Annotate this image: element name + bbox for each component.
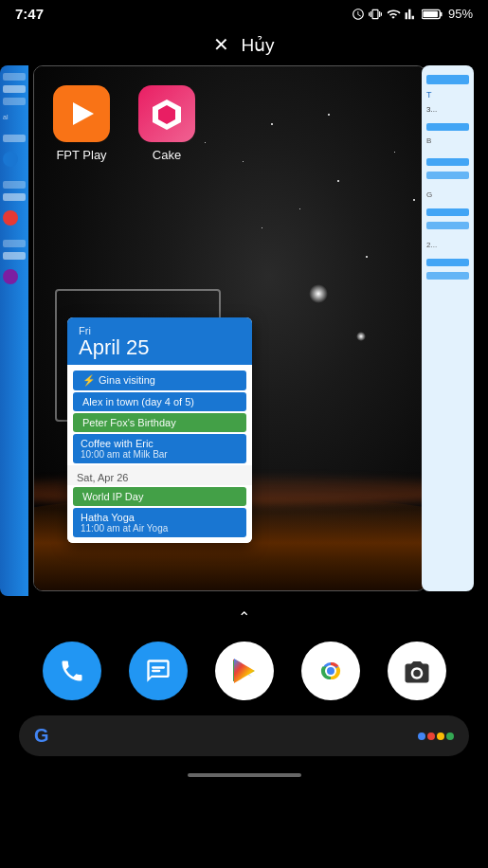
yoga-subtitle: 11:00 am at Air Yoga (81, 523, 239, 533)
main-app-card[interactable]: FPT Play Cake (33, 65, 426, 591)
left-card-item (3, 181, 26, 189)
left-card-circle3 (3, 269, 18, 284)
left-card-text: al (3, 114, 26, 120)
calendar-event-5[interactable]: World IP Day (73, 487, 246, 506)
status-time: 7:47 (15, 6, 44, 22)
right-partial-card: T 3... B G 2... (422, 65, 474, 591)
app-dock (9, 632, 479, 710)
yoga-title: Hatha Yoga (81, 512, 239, 523)
status-icons: 95% (352, 7, 473, 21)
bright-star (309, 284, 328, 303)
svg-rect-6 (152, 670, 160, 672)
camera-dock-icon[interactable] (388, 642, 446, 700)
right-card-num: 3... (426, 105, 469, 114)
dot-red (427, 732, 435, 740)
svg-rect-2 (423, 10, 438, 16)
bright-star2 (356, 332, 366, 341)
cake-icon-bg (138, 85, 195, 142)
right-card-item3 (426, 158, 469, 166)
status-bar: 7:47 95% (0, 0, 488, 26)
right-card-label-B: B (426, 136, 469, 145)
fpt-play-label: FPT Play (56, 148, 106, 162)
calendar-event-6[interactable]: Hatha Yoga 11:00 am at Air Yoga (73, 508, 246, 537)
star (271, 123, 273, 125)
star (394, 152, 395, 153)
camera-svg (403, 658, 431, 684)
calendar-event-3[interactable]: Peter Fox's Birthday (73, 413, 246, 432)
left-card-item (3, 193, 26, 201)
svg-rect-1 (441, 11, 443, 16)
battery-icon (422, 9, 443, 20)
play-store-dock-icon[interactable] (215, 642, 274, 700)
star (205, 142, 206, 143)
cake-app[interactable]: Cake (138, 85, 195, 162)
play-colored-svg (230, 657, 259, 685)
left-card-item (3, 98, 26, 105)
right-card-item8 (426, 272, 469, 280)
cake-label: Cake (153, 148, 181, 162)
calendar-event-4[interactable]: Coffee with Eric 10:00 am at Milk Bar (73, 434, 246, 463)
calendar-widget[interactable]: Fri April 25 ⚡ Gina visiting Alex in tow… (67, 317, 252, 543)
google-logo: G (34, 725, 49, 747)
left-partial-card: al (0, 65, 28, 596)
chrome-dock-icon[interactable] (301, 642, 360, 700)
cancel-bar[interactable]: ✕ Hủy (0, 26, 488, 65)
left-card-circle (3, 152, 18, 167)
wifi-icon (386, 8, 401, 21)
calendar-event-1[interactable]: ⚡ Gina visiting (73, 371, 246, 390)
assistant-dots[interactable] (418, 732, 454, 740)
right-card-item7 (426, 259, 469, 266)
event-subtitle: 10:00 am at Milk Bar (81, 449, 239, 460)
phone-dock-icon[interactable] (43, 642, 101, 700)
star (328, 114, 330, 116)
svg-point-12 (413, 670, 421, 678)
left-card-item (3, 240, 26, 247)
left-card-item (3, 252, 26, 260)
scroll-indicator: ⌃ (0, 601, 488, 632)
search-bar-container: G (0, 710, 488, 766)
right-card-item (426, 75, 469, 84)
left-card-item (3, 85, 26, 93)
close-icon[interactable]: ✕ (213, 33, 229, 56)
right-card-num2: 2... (426, 241, 469, 249)
dot-green (446, 732, 454, 740)
calendar-day: Fri (79, 325, 241, 336)
alarm-icon (352, 8, 365, 21)
cancel-label[interactable]: Hủy (241, 34, 274, 56)
star (299, 208, 300, 209)
dot-blue (418, 732, 425, 740)
phone-svg (59, 658, 85, 684)
right-card-item4 (426, 172, 469, 179)
calendar-events: ⚡ Gina visiting Alex in town (day 4 of 5… (67, 365, 252, 543)
signal-icon (405, 8, 418, 21)
messages-dock-icon[interactable] (129, 642, 188, 700)
star (413, 199, 415, 201)
calendar-date: April 25 (79, 336, 241, 359)
chevron-up-icon: ⌃ (238, 608, 250, 626)
play-triangle (73, 102, 94, 125)
dot-yellow (437, 732, 444, 740)
fpt-play-app[interactable]: FPT Play (53, 85, 110, 162)
search-bar[interactable]: G (19, 715, 469, 756)
left-card-item (3, 135, 26, 142)
left-card-circle2 (3, 210, 18, 226)
right-card-item2 (426, 123, 469, 131)
svg-point-11 (327, 667, 334, 675)
right-card-label-G: G (426, 190, 469, 199)
vibrate-icon (369, 8, 382, 21)
star (337, 180, 339, 182)
event-title: Coffee with Eric (81, 438, 239, 449)
play-icon-overlay (228, 655, 261, 687)
star (243, 161, 244, 162)
left-card-item (3, 73, 26, 81)
cake-svg (151, 98, 183, 130)
star (262, 227, 262, 228)
star (366, 256, 368, 258)
home-bar[interactable] (188, 773, 301, 777)
calendar-event-2[interactable]: Alex in town (day 4 of 5) (73, 392, 246, 411)
svg-marker-7 (234, 659, 255, 683)
right-card-label-T: T (426, 90, 469, 99)
app-icons-row: FPT Play Cake (53, 85, 195, 162)
calendar-divider: Sat, Apr 26 (67, 468, 252, 485)
svg-rect-5 (152, 666, 165, 668)
